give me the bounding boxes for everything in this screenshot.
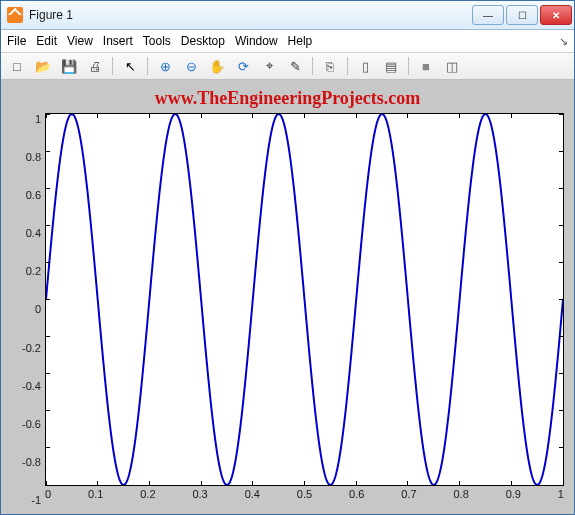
x-tick: 1 [558,488,564,506]
x-tick: 0.7 [401,488,416,506]
colorbar-icon[interactable]: ▯ [353,54,377,78]
x-tick: 0.9 [506,488,521,506]
axes-wrap: 10.80.60.40.20-0.2-0.4-0.6-0.8-1 00.10.2… [11,113,564,506]
menubar: File Edit View Insert Tools Desktop Wind… [1,30,574,53]
menu-window[interactable]: Window [235,34,278,48]
zoom-out-icon[interactable]: ⊖ [179,54,203,78]
chart-title: www.TheEngineeringProjects.com [11,88,564,109]
zoom-in-icon[interactable]: ⊕ [153,54,177,78]
toolbar: □📂💾🖨↖⊕⊖✋⟳⌖✎⎘▯▤■◫ [1,53,574,80]
maximize-button[interactable]: ☐ [506,5,538,25]
y-tick: 0.2 [26,265,41,277]
menu-view[interactable]: View [67,34,93,48]
minimize-button[interactable]: — [472,5,504,25]
x-tick: 0.4 [245,488,260,506]
x-tick: 0.5 [297,488,312,506]
figure-window: Figure 1 — ☐ ✕ File Edit View Insert Too… [0,0,575,515]
x-tick: 0.8 [453,488,468,506]
hide-tools-icon[interactable]: ■ [414,54,438,78]
y-tick: -0.2 [22,342,41,354]
x-tick: 0 [45,488,51,506]
print-icon[interactable]: 🖨 [83,54,107,78]
titlebar[interactable]: Figure 1 — ☐ ✕ [1,1,574,30]
undock-icon[interactable]: ↘ [559,35,568,48]
y-tick: 0.8 [26,151,41,163]
window-title: Figure 1 [29,8,466,22]
x-tick: 0.6 [349,488,364,506]
menu-help[interactable]: Help [288,34,313,48]
y-tick: -0.8 [22,456,41,468]
matlab-icon [7,7,23,23]
y-tick-labels: 10.80.60.40.20-0.2-0.4-0.6-0.8-1 [11,113,45,506]
legend-icon[interactable]: ▤ [379,54,403,78]
y-tick: -0.4 [22,380,41,392]
figure-area: www.TheEngineeringProjects.com 10.80.60.… [1,80,574,514]
axes[interactable] [45,113,564,486]
menu-edit[interactable]: Edit [36,34,57,48]
brush-icon[interactable]: ✎ [283,54,307,78]
window-buttons: — ☐ ✕ [472,5,572,25]
y-tick: 0.6 [26,189,41,201]
menu-desktop[interactable]: Desktop [181,34,225,48]
x-tick-labels: 00.10.20.30.40.50.60.70.80.91 [45,486,564,506]
y-tick: -1 [31,494,41,506]
link-icon[interactable]: ⎘ [318,54,342,78]
dock-icon[interactable]: ◫ [440,54,464,78]
menu-file[interactable]: File [7,34,26,48]
y-tick: 0.4 [26,227,41,239]
save-icon[interactable]: 💾 [57,54,81,78]
menu-insert[interactable]: Insert [103,34,133,48]
x-tick: 0.3 [192,488,207,506]
rotate-icon[interactable]: ⟳ [231,54,255,78]
y-tick: 1 [35,113,41,125]
x-tick: 0.2 [140,488,155,506]
y-tick: 0 [35,303,41,315]
open-icon[interactable]: 📂 [31,54,55,78]
new-icon[interactable]: □ [5,54,29,78]
close-button[interactable]: ✕ [540,5,572,25]
menu-tools[interactable]: Tools [143,34,171,48]
line-series [46,114,563,485]
pointer-icon[interactable]: ↖ [118,54,142,78]
y-tick: -0.6 [22,418,41,430]
x-tick: 0.1 [88,488,103,506]
data-cursor-icon[interactable]: ⌖ [257,54,281,78]
pan-icon[interactable]: ✋ [205,54,229,78]
